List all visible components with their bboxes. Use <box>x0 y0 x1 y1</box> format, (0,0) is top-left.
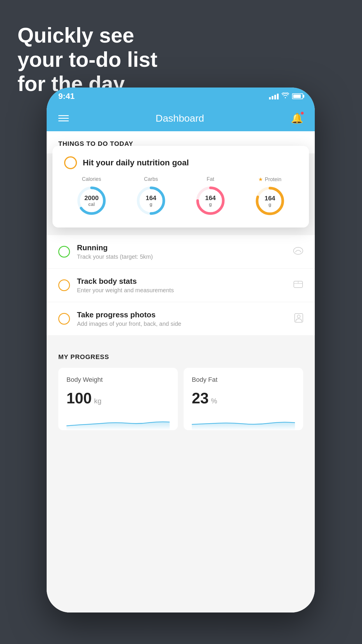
body-weight-unit: kg <box>94 397 101 405</box>
body-fat-title: Body Fat <box>192 376 295 384</box>
todo-name-running: Running <box>77 243 286 252</box>
todo-circle-running <box>58 246 70 258</box>
notification-dot <box>300 111 304 115</box>
scale-icon <box>293 280 303 291</box>
todo-info-body-stats: Track body stats Enter your weight and m… <box>77 277 286 294</box>
app-header: Dashboard 🔔 <box>47 105 315 131</box>
body-fat-card[interactable]: Body Fat 23 % <box>184 368 303 430</box>
todo-item-photos[interactable]: Take progress photos Add images of your … <box>47 302 315 336</box>
body-weight-value-row: 100 kg <box>66 389 170 407</box>
todo-sub-photos: Add images of your front, back, and side <box>77 321 287 327</box>
todo-info-running: Running Track your stats (target: 5km) <box>77 243 286 260</box>
todo-sub-running: Track your stats (target: 5km) <box>77 253 286 260</box>
nutrition-fat: Fat 164 g <box>183 176 238 217</box>
wifi-icon <box>282 92 289 100</box>
notification-bell-icon[interactable]: 🔔 <box>291 112 303 124</box>
carbs-label: Carbs <box>144 176 158 182</box>
body-fat-unit: % <box>211 397 217 405</box>
body-weight-value: 100 <box>66 389 92 407</box>
protein-ring: 164 g <box>254 185 286 217</box>
todo-list: Running Track your stats (target: 5km) T… <box>47 235 315 336</box>
carbs-text: 164 g <box>146 194 157 207</box>
running-icon <box>293 247 303 257</box>
todo-circle-body-stats <box>58 279 70 291</box>
card-title: Hit your daily nutrition goal <box>83 158 189 167</box>
fat-label: Fat <box>207 176 214 182</box>
nutrition-circles-container: Calories 2000 cal Carbs <box>64 176 297 217</box>
todo-circle-photos <box>58 313 70 325</box>
fat-ring: 164 g <box>194 185 226 217</box>
nutrition-protein: ★ Protein 164 g <box>242 176 297 217</box>
status-icons <box>269 92 303 100</box>
todo-item-body-stats[interactable]: Track body stats Enter your weight and m… <box>47 269 315 302</box>
todo-info-photos: Take progress photos Add images of your … <box>77 310 287 327</box>
body-fat-chart <box>192 413 295 430</box>
status-bar: 9:41 <box>47 88 315 105</box>
svg-point-8 <box>294 247 303 254</box>
nutrition-calories: Calories 2000 cal <box>64 176 119 217</box>
todo-sub-body-stats: Enter your weight and measurements <box>77 287 286 294</box>
signal-bars-icon <box>269 93 279 99</box>
nutrition-card: Hit your daily nutrition goal Calories 2… <box>52 146 309 228</box>
app-title: Dashboard <box>156 113 204 124</box>
fat-text: 164 g <box>205 194 216 207</box>
person-icon <box>294 313 303 325</box>
todo-name-body-stats: Track body stats <box>77 277 286 286</box>
calories-text: 2000 cal <box>85 194 99 207</box>
svg-point-13 <box>297 315 300 318</box>
body-fat-value: 23 <box>192 389 209 407</box>
protein-text: 164 g <box>265 195 275 207</box>
nutrition-carbs: Carbs 164 g <box>124 176 178 217</box>
star-icon: ★ <box>258 176 263 183</box>
card-header-row: Hit your daily nutrition goal <box>64 156 297 169</box>
calories-label: Calories <box>82 176 101 182</box>
todo-item-running[interactable]: Running Track your stats (target: 5km) <box>47 235 315 269</box>
progress-section-title: MY PROGRESS <box>58 353 303 361</box>
calories-ring: 2000 cal <box>75 185 108 217</box>
body-fat-value-row: 23 % <box>192 389 295 407</box>
progress-section: MY PROGRESS Body Weight 100 kg <box>47 342 315 436</box>
battery-icon <box>292 93 303 99</box>
app-content: THINGS TO DO TODAY Hit your daily nutrit… <box>47 131 315 612</box>
body-weight-title: Body Weight <box>66 376 170 384</box>
body-weight-chart <box>66 413 170 430</box>
phone-mockup: 9:41 Dashboard 🔔 <box>47 88 315 612</box>
todo-name-photos: Take progress photos <box>77 310 287 319</box>
carbs-ring: 164 g <box>135 185 167 217</box>
body-weight-card[interactable]: Body Weight 100 kg <box>58 368 178 430</box>
goal-circle-check <box>64 156 77 169</box>
progress-cards-container: Body Weight 100 kg <box>58 368 303 430</box>
app-headline: Quickly see your to-do list for the day. <box>17 23 157 96</box>
status-time: 9:41 <box>58 92 75 101</box>
hamburger-menu[interactable] <box>58 115 69 121</box>
protein-label: ★ Protein <box>258 176 281 183</box>
